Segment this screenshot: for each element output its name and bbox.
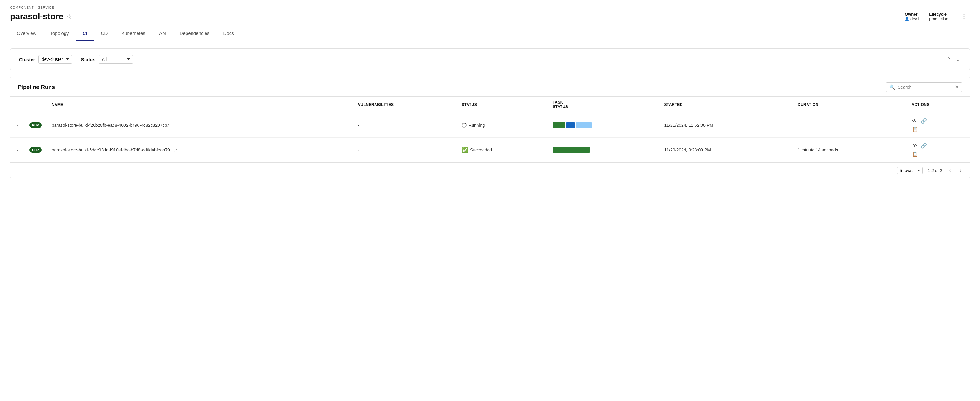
tab-topology[interactable]: Topology xyxy=(43,27,76,41)
collapse-up-button[interactable]: ⌃ xyxy=(945,56,952,63)
actions-row-top: 👁 🔗 xyxy=(912,142,928,149)
started-cell: 11/20/2024, 9:23:09 PM xyxy=(659,138,793,162)
status-select[interactable]: All Running Succeeded Failed xyxy=(99,55,133,64)
success-icon: ✅ xyxy=(461,147,468,153)
owner-meta: Owner 👤 dev1 xyxy=(905,12,919,21)
actions-row-bottom: 📋 xyxy=(912,126,919,133)
task-status-cell xyxy=(548,138,659,162)
name-cell: parasol-store-build-6ddc93da-f910-4dbc-b… xyxy=(52,147,348,153)
view-logs-button[interactable]: 👁 xyxy=(912,142,918,149)
col-actions: ACTIONS xyxy=(907,96,970,113)
pipeline-card-header: Pipeline Runs 🔍 ✕ xyxy=(10,77,970,96)
next-page-button[interactable]: › xyxy=(958,166,964,174)
status-succeeded: ✅Succeeded xyxy=(461,147,543,153)
owner-value: 👤 dev1 xyxy=(905,16,919,21)
duration-cell: 1 minute 14 seconds xyxy=(793,138,907,162)
lifecycle-label: Lifecycle xyxy=(929,12,947,16)
tab-nav: Overview Topology CI CD Kubernetes Api D… xyxy=(10,27,970,41)
col-started: STARTED xyxy=(659,96,793,113)
search-clear-button[interactable]: ✕ xyxy=(955,85,959,89)
run-name: parasol-store-build-6ddc93da-f910-4dbc-b… xyxy=(52,147,170,152)
task-bar xyxy=(553,147,654,153)
tab-api[interactable]: Api xyxy=(152,27,173,41)
actions-cell-inner: 👁 🔗 📋 xyxy=(912,142,965,158)
run-name: parasol-store-build-f26b28fb-eac8-4002-b… xyxy=(52,123,169,128)
page-header: COMPONENT – SERVICE parasol-store ☆ Owne… xyxy=(0,0,980,41)
page-title: parasol-store xyxy=(10,11,63,22)
title-left: parasol-store ☆ xyxy=(10,11,72,22)
collapse-down-button[interactable]: ⌄ xyxy=(955,56,961,63)
spin-icon xyxy=(461,123,467,128)
pipeline-runs-title: Pipeline Runs xyxy=(18,84,55,91)
pagination-row: 5 rows 10 rows 20 rows 1-2 of 2 ‹ › xyxy=(10,162,970,178)
actions-cell: 👁 🔗 📋 xyxy=(907,138,970,162)
task-segment xyxy=(553,122,565,128)
task-segment xyxy=(566,122,575,128)
title-row: parasol-store ☆ Owner 👤 dev1 Lifecycle p… xyxy=(10,11,970,26)
owner-label: Owner xyxy=(905,12,917,16)
col-name: NAME xyxy=(47,96,353,113)
prev-page-button[interactable]: ‹ xyxy=(947,166,953,174)
col-expand xyxy=(10,96,24,113)
duration-cell xyxy=(793,113,907,138)
vulnerabilities-cell: - xyxy=(353,138,457,162)
link-button[interactable]: 🔗 xyxy=(920,142,928,149)
filter-right: ⌃ ⌄ xyxy=(945,56,961,63)
expand-row-button[interactable]: › xyxy=(15,121,19,129)
tab-kubernetes[interactable]: Kubernetes xyxy=(115,27,152,41)
task-segment xyxy=(576,122,592,128)
title-right: Owner 👤 dev1 Lifecycle production ⋮ xyxy=(905,11,970,22)
status-running: Running xyxy=(461,123,543,128)
col-badge xyxy=(24,96,47,113)
col-status: STATUS xyxy=(457,96,548,113)
table-row: ›PLR parasol-store-build-6ddc93da-f910-4… xyxy=(10,138,970,162)
cluster-filter-group: Cluster dev-cluster xyxy=(19,55,72,64)
col-duration: DURATION xyxy=(793,96,907,113)
main-content: Cluster dev-cluster Status All Running S… xyxy=(0,41,980,186)
filter-left: Cluster dev-cluster Status All Running S… xyxy=(19,55,133,64)
cluster-label: Cluster xyxy=(19,57,35,62)
search-icon: 🔍 xyxy=(889,84,895,90)
tab-overview[interactable]: Overview xyxy=(10,27,43,41)
expand-row-button[interactable]: › xyxy=(15,146,19,153)
rows-per-page-select[interactable]: 5 rows 10 rows 20 rows xyxy=(897,167,923,174)
tab-cd[interactable]: CD xyxy=(94,27,115,41)
breadcrumb: COMPONENT – SERVICE xyxy=(10,6,970,10)
task-status-cell xyxy=(548,113,659,138)
cluster-select[interactable]: dev-cluster xyxy=(38,55,72,64)
actions-cell-inner: 👁 🔗 📋 xyxy=(912,117,965,133)
search-box: 🔍 ✕ xyxy=(886,83,962,92)
vulnerabilities-cell: - xyxy=(353,113,457,138)
pipeline-card: Pipeline Runs 🔍 ✕ NAME VULNERABILITIES S… xyxy=(10,77,970,178)
status-label: Status xyxy=(81,57,95,62)
started-cell: 11/21/2024, 11:52:00 PM xyxy=(659,113,793,138)
tab-docs[interactable]: Docs xyxy=(216,27,241,41)
task-bar xyxy=(553,122,654,128)
link-button[interactable]: 🔗 xyxy=(920,117,928,125)
plr-badge: PLR xyxy=(29,147,42,153)
table-row: ›PLR parasol-store-build-f26b28fb-eac8-4… xyxy=(10,113,970,138)
filter-card: Cluster dev-cluster Status All Running S… xyxy=(10,48,970,70)
page-info: 1-2 of 2 xyxy=(928,168,942,173)
star-icon[interactable]: ☆ xyxy=(67,13,72,20)
name-cell: parasol-store-build-f26b28fb-eac8-4002-b… xyxy=(52,123,348,128)
table-header-row: NAME VULNERABILITIES STATUS TASKSTATUS S… xyxy=(10,96,970,113)
lifecycle-meta: Lifecycle production xyxy=(929,12,948,21)
status-filter-group: Status All Running Succeeded Failed xyxy=(81,55,133,64)
status-cell: Running xyxy=(457,113,548,138)
search-input[interactable] xyxy=(898,85,952,89)
user-icon: 👤 xyxy=(905,17,909,21)
tab-dependencies[interactable]: Dependencies xyxy=(173,27,216,41)
actions-row-bottom: 📋 xyxy=(912,150,919,158)
output-button[interactable]: 📋 xyxy=(912,150,919,158)
tab-ci[interactable]: CI xyxy=(76,27,94,41)
output-button[interactable]: 📋 xyxy=(912,126,919,133)
col-vulnerabilities: VULNERABILITIES xyxy=(353,96,457,113)
view-logs-button[interactable]: 👁 xyxy=(912,118,918,125)
pipeline-table: NAME VULNERABILITIES STATUS TASKSTATUS S… xyxy=(10,96,970,162)
more-button[interactable]: ⋮ xyxy=(958,11,970,22)
task-segment xyxy=(553,147,590,153)
status-cell: ✅Succeeded xyxy=(457,138,548,162)
actions-row-top: 👁 🔗 xyxy=(912,117,928,125)
plr-badge: PLR xyxy=(29,122,42,128)
